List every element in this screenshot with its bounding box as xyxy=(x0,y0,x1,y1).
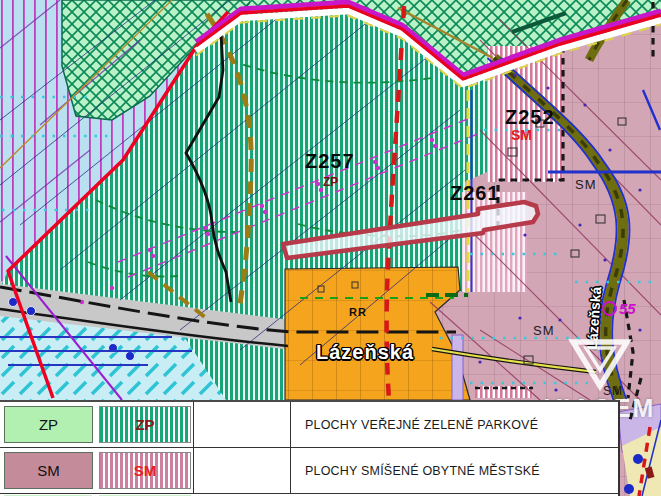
legend-row-zp: ZP ZP PLOCHY VEŘEJNÉ ZELENĚ PARKOVÉ xyxy=(0,402,618,448)
map-viewer: Z257 ZP Z252 SM Z261 SM SM SM RR Lázeňsk… xyxy=(0,0,661,496)
legend-swatch-solid-1: SM xyxy=(4,452,93,489)
legend-row-sm: SM SM PLOCHY SMÍŠENÉ OBYTNÉ MĚSTSKÉ xyxy=(0,448,618,494)
legend-description-0: PLOCHY VEŘEJNÉ ZELENĚ PARKOVÉ xyxy=(305,402,538,447)
legend-code-striped-1: SM xyxy=(134,462,157,479)
legend-divider xyxy=(290,448,291,493)
legend-description-1: PLOCHY SMÍŠENÉ OBYTNÉ MĚSTSKÉ xyxy=(305,448,540,493)
legend-swatch-striped-0: ZP xyxy=(99,406,191,443)
legend-code-solid-1: SM xyxy=(37,462,60,479)
legend-swatch-striped-1: SM xyxy=(99,452,191,489)
legend-swatch-solid-0: ZP xyxy=(4,406,93,443)
map-legend: ZP ZP PLOCHY VEŘEJNÉ ZELENĚ PARKOVÉ SM S… xyxy=(0,400,620,496)
legend-divider xyxy=(290,402,291,447)
legend-code-solid-0: ZP xyxy=(39,416,58,433)
legend-divider xyxy=(193,448,194,493)
legend-divider xyxy=(193,402,194,447)
viagem-logo-icon xyxy=(571,340,629,388)
legend-code-striped-0: ZP xyxy=(135,416,154,433)
